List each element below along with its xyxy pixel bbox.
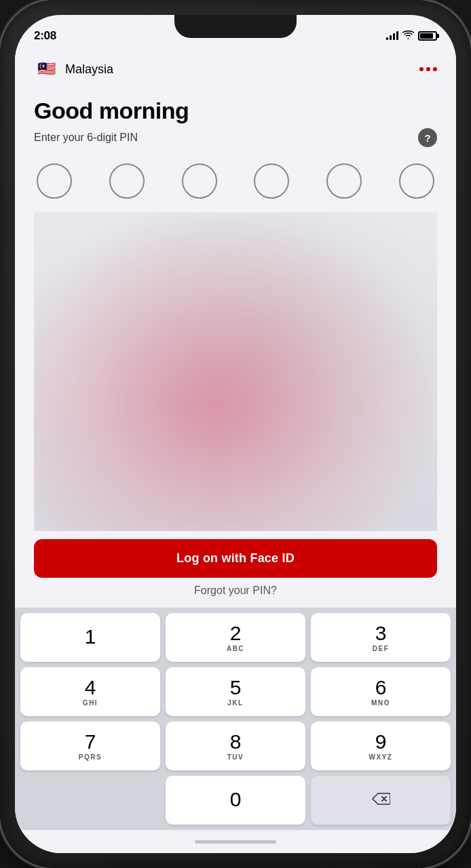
signal-icon (386, 32, 398, 40)
keypad: 1 2 ABC 3 DEF 4 GHI 5 JKL (15, 608, 456, 830)
status-icons (386, 31, 437, 41)
app-header: 🇲🇾 Malaysia (15, 49, 456, 87)
app-content: 🇲🇾 Malaysia Good morning Enter your 6-di… (15, 49, 456, 853)
key-4[interactable]: 4 GHI (20, 667, 160, 716)
key-2[interactable]: 2 ABC (166, 613, 305, 662)
delete-icon (371, 792, 390, 809)
greeting-heading: Good morning (34, 98, 437, 124)
background-image-area (34, 212, 437, 531)
dot-1 (419, 67, 423, 71)
pin-instruction-row: Enter your 6-digit PIN ? (34, 128, 437, 147)
home-bar-area (15, 830, 456, 853)
dot-2 (426, 67, 430, 71)
home-indicator (195, 840, 276, 844)
phone-screen: 2:08 (15, 15, 456, 853)
key-9[interactable]: 9 WXYZ (311, 722, 451, 770)
pin-circles (34, 163, 437, 199)
key-3[interactable]: 3 DEF (311, 613, 451, 662)
key-0[interactable]: 0 (166, 776, 305, 825)
pin-circle-3 (182, 163, 217, 199)
header-left: 🇲🇾 Malaysia (34, 57, 113, 81)
status-time: 2:08 (34, 29, 56, 43)
pin-circle-2 (109, 163, 145, 199)
more-options-button[interactable] (419, 67, 437, 71)
key-1[interactable]: 1 (20, 613, 160, 662)
pin-circle-4 (254, 163, 289, 199)
forgot-pin-link[interactable]: Forgot your PIN? (15, 585, 456, 597)
wifi-icon (402, 31, 414, 41)
pin-circle-5 (326, 163, 362, 199)
phone-frame: 2:08 (0, 0, 471, 868)
battery-icon (418, 31, 437, 41)
dot-3 (433, 67, 437, 71)
key-empty (20, 776, 160, 825)
key-delete[interactable] (311, 776, 451, 825)
flag-icon: 🇲🇾 (34, 57, 58, 81)
help-icon: ? (424, 132, 430, 144)
key-5[interactable]: 5 JKL (166, 667, 305, 716)
main-section: Good morning Enter your 6-digit PIN ? (15, 87, 456, 531)
background-blur (34, 212, 437, 531)
pin-circle-6 (399, 163, 434, 199)
face-id-button[interactable]: Log on with Face ID (34, 539, 437, 578)
key-7[interactable]: 7 PQRS (20, 722, 160, 770)
pin-circle-1 (37, 163, 72, 199)
notch (174, 15, 297, 38)
country-label: Malaysia (65, 62, 113, 77)
help-button[interactable]: ? (418, 128, 437, 147)
key-8[interactable]: 8 TUV (166, 722, 305, 770)
key-6[interactable]: 6 MNO (311, 667, 451, 716)
pin-instruction-text: Enter your 6-digit PIN (34, 132, 138, 144)
